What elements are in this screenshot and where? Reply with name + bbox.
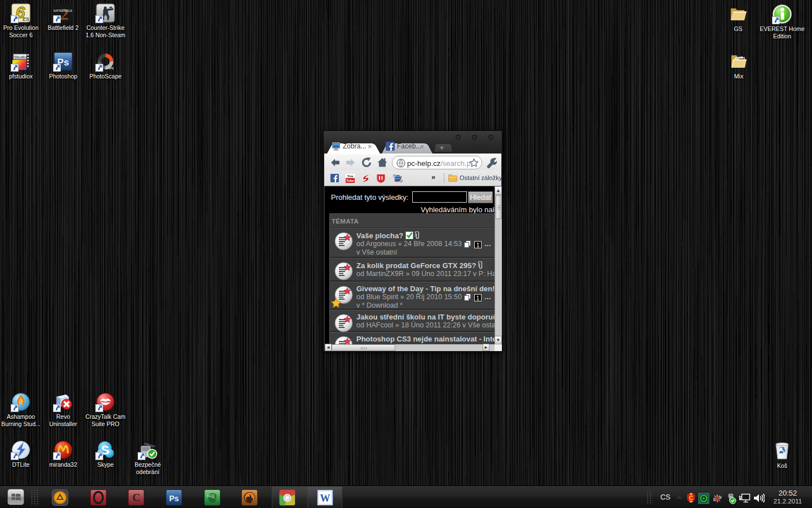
svg-text:Ps: Ps <box>169 494 179 503</box>
svg-text:CAPE: CAPE <box>105 67 114 70</box>
svg-text:W: W <box>320 493 330 504</box>
svg-text:C: C <box>133 492 140 503</box>
svg-text:Tube: Tube <box>346 179 355 182</box>
svg-text:ES: ES <box>23 16 29 22</box>
svg-text:ICQ: ICQ <box>207 493 215 498</box>
svg-text:BATTLEFIELD: BATTLEFIELD <box>54 9 72 12</box>
svg-text:You: You <box>347 174 354 178</box>
svg-text:Studio: Studio <box>14 55 27 60</box>
svg-text:C: C <box>689 495 693 501</box>
svg-text:2: 2 <box>60 5 69 23</box>
